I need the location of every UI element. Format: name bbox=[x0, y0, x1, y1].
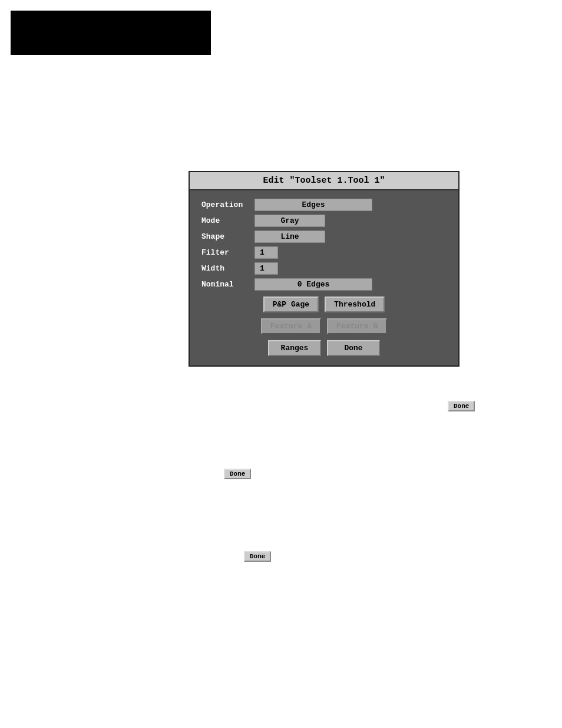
nominal-row: Nominal 0 Edges bbox=[201, 278, 447, 291]
filter-label: Filter bbox=[201, 248, 254, 257]
nominal-value[interactable]: 0 Edges bbox=[254, 278, 372, 291]
button-row-2: Feature A Feature B bbox=[201, 318, 447, 334]
top-banner bbox=[11, 11, 211, 55]
filter-value[interactable]: 1 bbox=[254, 246, 278, 259]
done-dialog-button[interactable]: Done bbox=[327, 340, 380, 356]
done-button-right-area: Done bbox=[448, 401, 475, 411]
button-row-1: P&P Gage Threshold bbox=[201, 297, 447, 312]
operation-label: Operation bbox=[201, 200, 254, 209]
button-row-3: Ranges Done bbox=[201, 340, 447, 356]
done-button-left-2-area: Done bbox=[244, 551, 271, 562]
mode-label: Mode bbox=[201, 216, 254, 225]
mode-row: Mode Gray bbox=[201, 215, 447, 227]
shape-label: Shape bbox=[201, 232, 254, 241]
threshold-button[interactable]: Threshold bbox=[325, 297, 385, 312]
dialog-body: Operation Edges Mode Gray Shape Line Fil… bbox=[190, 190, 458, 365]
pp-gage-button[interactable]: P&P Gage bbox=[263, 297, 319, 312]
ranges-button[interactable]: Ranges bbox=[268, 340, 321, 356]
filter-row: Filter 1 bbox=[201, 246, 447, 259]
done-button-1[interactable]: Done bbox=[448, 401, 475, 411]
width-value[interactable]: 1 bbox=[254, 262, 278, 275]
done-button-2[interactable]: Done bbox=[224, 469, 251, 479]
feature-b-button[interactable]: Feature B bbox=[327, 318, 387, 334]
nominal-label: Nominal bbox=[201, 280, 254, 289]
operation-row: Operation Edges bbox=[201, 199, 447, 211]
edit-tool-dialog: Edit "Toolset 1.Tool 1" Operation Edges … bbox=[189, 171, 459, 367]
width-label: Width bbox=[201, 264, 254, 273]
shape-value[interactable]: Line bbox=[254, 230, 325, 243]
operation-value[interactable]: Edges bbox=[254, 199, 372, 211]
shape-row: Shape Line bbox=[201, 230, 447, 243]
dialog-title: Edit "Toolset 1.Tool 1" bbox=[190, 172, 458, 190]
done-button-left-1-area: Done bbox=[224, 469, 251, 479]
mode-value[interactable]: Gray bbox=[254, 215, 325, 227]
done-button-3[interactable]: Done bbox=[244, 551, 271, 562]
feature-a-button[interactable]: Feature A bbox=[261, 318, 321, 334]
width-row: Width 1 bbox=[201, 262, 447, 275]
